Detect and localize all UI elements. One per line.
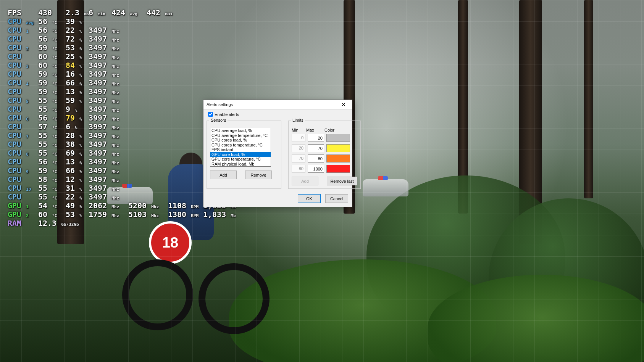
limit-add-button: Add [292,177,318,185]
limit-min: 70 [292,154,305,162]
limit-row: 70 [292,154,357,162]
sensor-item[interactable]: GPU core temperature, °C [210,157,271,162]
limits-legend: Limits [291,118,305,122]
limit-min: 20 [292,144,305,152]
cancel-button[interactable]: Cancel [325,194,348,203]
col-max: Max [306,128,324,132]
sensor-item[interactable]: RAM physical load, Mb [210,162,271,167]
limit-max-input[interactable] [308,144,324,152]
sensor-item[interactable]: CPU cores load, % [210,138,271,143]
limit-row: 0 [292,134,357,142]
limit-min: 80 [292,165,305,173]
limit-color-swatch[interactable] [326,134,350,142]
sensor-add-button[interactable]: Add [210,171,237,179]
limits-group: Limits Min Max Color 0207080 Add Remove … [288,121,361,189]
sensor-item[interactable]: FPS instant [210,147,271,152]
enable-alerts-checkbox[interactable]: Enable alerts [208,112,348,117]
sensors-listbox[interactable]: CPU average load, %CPU average temperatu… [210,128,271,167]
tree-trunk [584,0,593,198]
dialog-titlebar[interactable]: Alerts settings ✕ [203,100,352,109]
col-color: Color [324,128,347,132]
limit-color-swatch[interactable] [326,154,350,162]
limit-row: 20 [292,144,357,152]
alerts-settings-dialog: Alerts settings ✕ Enable alerts Sensors … [203,100,352,207]
sensor-remove-button[interactable]: Remove [245,171,272,179]
close-icon[interactable]: ✕ [337,101,350,108]
limit-remove-last-button[interactable]: Remove last [327,177,357,185]
limit-max-input[interactable] [308,154,324,162]
sensor-item[interactable]: GPU core load, % [210,152,271,157]
sensors-group: Sensors CPU average load, %CPU average t… [207,121,281,189]
limit-color-swatch[interactable] [326,144,350,152]
ok-button[interactable]: OK [298,194,321,203]
dialog-title: Alerts settings [207,102,337,107]
limit-max-input[interactable] [308,165,324,173]
sensor-item[interactable]: CPU average temperature, °C [210,133,271,138]
limit-max-input[interactable] [308,134,324,142]
enable-alerts-label: Enable alerts [215,112,239,117]
limit-color-swatch[interactable] [326,165,350,173]
sensor-item[interactable]: CPU average load, % [210,128,271,133]
sensors-legend: Sensors [209,118,228,122]
sensor-item[interactable]: CPU cores temperature, °C [210,143,271,148]
police-car [363,179,408,196]
limit-min: 0 [292,134,305,142]
limit-row: 80 [292,165,357,173]
col-min: Min [292,128,306,132]
